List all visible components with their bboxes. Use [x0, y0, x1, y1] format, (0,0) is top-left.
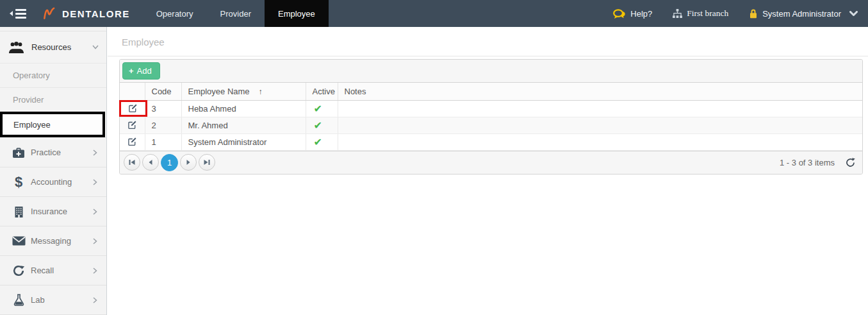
tab-employee[interactable]: Employee [265, 0, 329, 27]
edit-button[interactable] [126, 102, 140, 114]
brand[interactable]: DENTALORE [42, 0, 130, 27]
lab-flask-icon [8, 294, 29, 306]
help-link[interactable]: Help? [612, 8, 652, 19]
target-highlight-box [119, 100, 147, 117]
chevron-right-icon [93, 268, 97, 274]
edit-cell [120, 117, 145, 133]
chevron-right-icon [93, 179, 97, 185]
sidebar: Resources Operatory Provider Employee Pr… [0, 27, 107, 315]
chevron-right-icon [93, 209, 97, 215]
add-button[interactable]: + Add [122, 62, 160, 80]
active-check-icon: ✔ [314, 137, 322, 148]
col-header-label: Employee Name [188, 87, 250, 96]
active-check-icon: ✔ [314, 120, 322, 131]
sidebar-item-accounting[interactable]: $ Accounting [0, 167, 106, 196]
chevron-right-icon [93, 297, 97, 303]
col-header-employee-name[interactable]: Employee Name↑ [181, 83, 306, 100]
add-button-label: Add [137, 66, 152, 76]
edit-button[interactable] [125, 119, 140, 131]
topbar-right: Help? First branch System Administrator [612, 0, 858, 27]
table-header-row: Code Employee Name↑ Active Notes [120, 83, 862, 100]
sidebar-item-label: Resources [31, 42, 71, 52]
employee-grid: + Add Code Employee Name↑ Active Notes [119, 59, 863, 175]
sidebar-item-employee[interactable]: Employee [0, 112, 105, 137]
col-header-active[interactable]: Active [306, 83, 338, 100]
chevron-down-icon [849, 11, 858, 17]
active-cell: ✔ [306, 117, 338, 133]
active-cell: ✔ [306, 133, 338, 150]
notes-cell [338, 117, 862, 133]
user-label: System Administrator [762, 9, 841, 19]
pager-right: 1 - 3 of 3 items [780, 157, 856, 168]
pager-page-1[interactable]: 1 [161, 154, 178, 171]
code-cell: 1 [145, 133, 181, 150]
employee-table: Code Employee Name↑ Active Notes [120, 83, 862, 151]
pager-next-button[interactable] [180, 154, 197, 171]
sidebar-item-label: Accounting [31, 177, 72, 187]
sidebar-item-provider[interactable]: Provider [0, 87, 106, 112]
branch-selector[interactable]: First branch [673, 8, 728, 19]
name-cell: Mr. Ahmed [181, 117, 306, 133]
table-row: 3 Heba Ahmed ✔ [120, 100, 862, 117]
pager: 1 1 - 3 of 3 items [120, 151, 862, 174]
table-row: 2 Mr. Ahmed ✔ [120, 117, 862, 133]
page-title: Employee [108, 27, 868, 56]
col-header-notes[interactable]: Notes [338, 83, 862, 100]
sidebar-collapse-button[interactable] [0, 0, 36, 27]
tab-provider[interactable]: Provider [207, 0, 265, 27]
envelope-icon [8, 236, 29, 246]
title-divider [108, 56, 868, 56]
building-icon [8, 206, 29, 217]
main-content: Employee + Add Code Employee Name↑ Activ… [108, 27, 868, 315]
top-nav: Operatory Provider Employee [143, 0, 329, 27]
grid-toolbar: + Add [120, 60, 862, 83]
sidebar-item-label: Lab [31, 295, 45, 305]
lock-icon [749, 8, 758, 19]
pager-first-button[interactable] [124, 154, 140, 171]
sidebar-item-label: Recall [31, 266, 54, 275]
edit-cell [120, 100, 145, 117]
refresh-button[interactable] [845, 157, 856, 168]
sidebar-item-messaging[interactable]: Messaging [0, 226, 106, 255]
hamburger-icon [15, 9, 26, 19]
plus-icon: + [129, 66, 134, 76]
user-menu[interactable]: System Administrator [749, 8, 858, 19]
code-cell: 3 [145, 100, 181, 117]
medical-bag-icon [8, 146, 29, 158]
branch-sitemap-icon [673, 9, 682, 18]
sidebar-item-practice[interactable]: Practice [0, 137, 106, 167]
sidebar-item-recall[interactable]: Recall [0, 255, 106, 285]
notes-cell [338, 133, 862, 150]
brand-name: DENTALORE [62, 8, 130, 19]
pager-prev-button[interactable] [142, 154, 159, 171]
sidebar-item-resources[interactable]: Resources [0, 31, 106, 63]
chevron-down-icon [92, 45, 99, 49]
branch-label: First branch [687, 8, 728, 19]
sidebar-item-label: Practice [31, 148, 61, 157]
dollar-icon: $ [8, 175, 29, 189]
prev-page-icon [147, 158, 154, 166]
help-label: Help? [630, 9, 652, 19]
sidebar-item-operatory[interactable]: Operatory [0, 63, 106, 87]
col-header-edit [120, 83, 145, 100]
last-page-icon [203, 158, 211, 166]
edit-cell [120, 133, 145, 150]
sidebar-item-label: Employee [13, 120, 51, 130]
edit-pencil-icon [128, 103, 138, 113]
col-header-code[interactable]: Code [145, 83, 181, 100]
active-cell: ✔ [306, 100, 338, 117]
edit-button[interactable] [125, 135, 140, 148]
help-chat-icon [612, 8, 626, 19]
topbar: DENTALORE Operatory Provider Employee He… [0, 0, 868, 27]
sidebar-item-label: Operatory [13, 71, 50, 80]
pager-last-button[interactable] [199, 154, 215, 171]
chevron-right-icon [93, 149, 97, 156]
sidebar-item-label: Messaging [31, 236, 71, 246]
pager-summary: 1 - 3 of 3 items [780, 158, 835, 167]
recall-refresh-icon [8, 264, 29, 277]
dentalore-logo-icon [42, 6, 56, 21]
sidebar-item-lab[interactable]: Lab [0, 285, 106, 314]
tab-operatory[interactable]: Operatory [143, 0, 207, 27]
sidebar-item-insurance[interactable]: Insurance [0, 196, 106, 226]
name-cell: System Administrator [181, 133, 306, 150]
